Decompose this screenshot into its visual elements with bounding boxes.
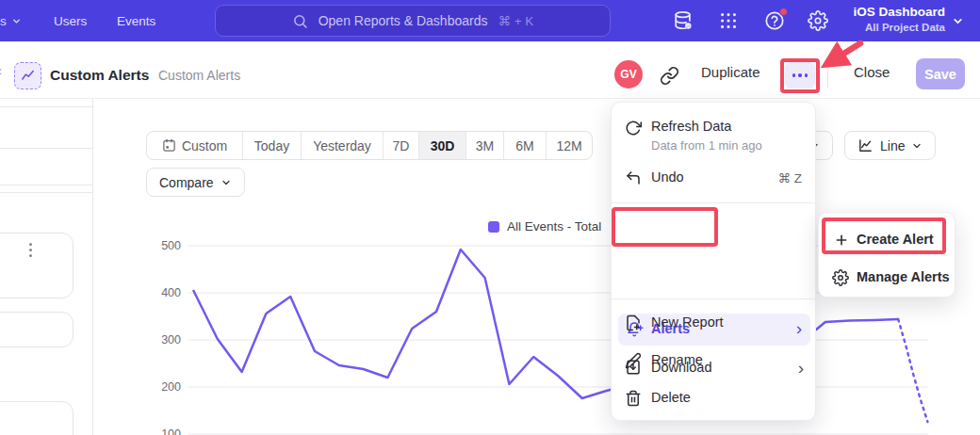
date-range-label: 6M — [515, 138, 533, 153]
date-range-yesterday[interactable]: Yesterday — [302, 132, 384, 159]
date-range-custom[interactable]: Custom — [147, 132, 243, 159]
date-range-6m[interactable]: 6M — [504, 132, 547, 159]
search-placeholder: Open Reports & Dashboards — [318, 13, 488, 28]
submenu-item-label: Create Alert — [857, 232, 934, 247]
menu-item-label: Undo — [651, 169, 684, 185]
trash-icon — [625, 390, 642, 407]
database-gear-icon — [673, 10, 694, 31]
app-window: 500 400 300 200 100 All Events - Total C… — [0, 0, 980, 435]
date-range-label: 30D — [431, 138, 455, 153]
compare-button[interactable]: Compare — [146, 168, 245, 197]
date-range-3m[interactable]: 3M — [466, 132, 504, 159]
kebab-menu-icon[interactable] — [29, 243, 32, 257]
ellipsis-icon — [792, 73, 796, 77]
menu-item-rename[interactable]: Rename — [612, 348, 817, 377]
menu-item-shortcut: ⌘ Z — [778, 170, 803, 185]
nav-item-label: s — [0, 14, 7, 28]
plus-icon — [834, 233, 849, 248]
nav-item-events[interactable]: Events — [117, 0, 155, 41]
top-navbar: s Users Events Open Reports & Dashboards… — [0, 0, 980, 41]
mini-line-chart-icon — [20, 68, 36, 84]
menu-divider — [612, 298, 817, 299]
date-range-label: Custom — [182, 138, 227, 153]
more-options-menu: Refresh Data Data from 1 min ago Undo ⌘ … — [611, 102, 816, 421]
search-shortcut: ⌘ + K — [498, 13, 533, 28]
menu-item-new-report-row[interactable]: New Report — [612, 311, 817, 339]
menu-item-label: Refresh Data — [651, 119, 731, 134]
y-axis-tick: 200 — [153, 380, 181, 394]
sidebar-divider — [0, 192, 93, 193]
chart-type-button[interactable]: Line — [844, 131, 936, 160]
date-range-30d-selected[interactable]: 30D — [419, 132, 466, 159]
global-search-bar[interactable]: Open Reports & Dashboards ⌘ + K — [215, 5, 611, 37]
date-range-label: 3M — [476, 138, 494, 153]
avatar[interactable]: GV — [614, 60, 643, 89]
chevron-down-icon — [220, 177, 232, 188]
apps-menu-button[interactable] — [718, 10, 739, 31]
date-range-today[interactable]: Today — [243, 132, 302, 159]
menu-item-refresh-data[interactable]: Refresh Data Data from 1 min ago — [612, 112, 817, 153]
copy-link-button[interactable] — [660, 66, 679, 89]
chevron-down-icon — [11, 16, 22, 26]
search-icon — [292, 13, 308, 29]
compare-label: Compare — [159, 175, 214, 190]
line-chart-icon — [858, 137, 874, 153]
menu-item-undo[interactable]: Undo ⌘ Z — [612, 165, 817, 191]
sidebar-divider — [0, 148, 93, 149]
project-scope: All Project Data — [841, 21, 945, 34]
chevron-down-icon — [911, 140, 923, 152]
more-options-button[interactable] — [785, 62, 815, 89]
calendar-icon — [162, 138, 176, 153]
sidebar-card[interactable] — [0, 401, 74, 435]
apps-grid-icon — [718, 10, 739, 31]
chart-dotted-projection — [898, 319, 927, 422]
y-axis-tick: 500 — [153, 239, 181, 252]
chart-legend-item[interactable]: All Events - Total — [488, 219, 601, 234]
sidebar-card[interactable] — [0, 312, 74, 347]
notification-dot — [779, 8, 788, 16]
gear-icon — [808, 10, 828, 31]
project-name: iOS Dashboard — [841, 4, 945, 21]
submenu-item-create-alert[interactable]: Create Alert — [819, 224, 956, 256]
refresh-icon — [625, 120, 642, 137]
menu-item-label: New Report — [651, 314, 724, 330]
legend-label: All Events - Total — [507, 219, 601, 234]
sidebar-divider — [0, 106, 93, 107]
close-button[interactable]: Close — [854, 64, 890, 80]
save-button[interactable]: Save — [916, 58, 965, 89]
sidebar-divider — [0, 185, 93, 185]
nav-item-users[interactable]: Users — [54, 0, 87, 41]
sidebar-card[interactable] — [0, 233, 74, 298]
menu-item-label: Rename — [651, 352, 703, 367]
nav-item-partial[interactable]: s — [0, 0, 22, 41]
nav-item-label: Events — [117, 14, 155, 28]
menu-item-subtitle: Data from 1 min ago — [651, 138, 762, 153]
duplicate-button[interactable]: Duplicate — [701, 64, 760, 80]
link-icon — [660, 66, 679, 86]
chevron-down-icon — [952, 15, 964, 27]
date-range-label: 12M — [556, 138, 581, 153]
breadcrumb: Custom Alerts — [158, 68, 240, 83]
date-range-7d[interactable]: 7D — [384, 132, 419, 159]
data-management-button[interactable] — [673, 10, 694, 31]
undo-icon — [625, 169, 642, 186]
y-axis-tick: 400 — [153, 286, 181, 299]
collapse-sidebar-icon[interactable]: ‹ — [0, 62, 2, 78]
date-range-12m[interactable]: 12M — [547, 132, 592, 159]
left-sidebar — [0, 99, 93, 435]
submenu-item-manage-alerts[interactable]: Manage Alerts — [819, 262, 956, 294]
header-divider — [827, 60, 828, 89]
menu-divider — [612, 202, 817, 203]
submenu-item-label: Manage Alerts — [857, 269, 950, 284]
settings-button[interactable] — [808, 10, 828, 31]
project-switcher[interactable]: iOS Dashboard All Project Data — [841, 4, 945, 34]
help-button[interactable] — [764, 10, 785, 31]
y-axis-tick: 300 — [153, 333, 181, 346]
alerts-submenu: Create Alert Manage Alerts — [818, 212, 956, 298]
date-range-group: Custom Today Yesterday 7D 30D 3M 6M 12M — [146, 131, 593, 160]
legend-color-swatch — [488, 221, 499, 233]
menu-item-delete[interactable]: Delete — [612, 386, 817, 414]
date-range-label: 7D — [393, 138, 410, 153]
nav-item-label: Users — [54, 14, 87, 28]
page-title: Custom Alerts — [50, 67, 149, 84]
